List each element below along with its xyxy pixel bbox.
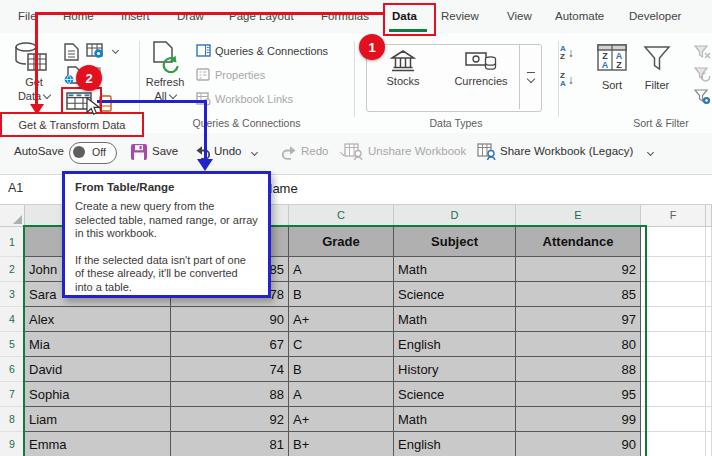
sheet-cell[interactable]: Liam [25,407,171,432]
sheet-cell[interactable]: 88 [171,382,289,407]
sheet-cell[interactable]: A [289,257,394,282]
save-button[interactable]: Save [152,145,178,157]
sheet-cell[interactable] [641,227,706,257]
tab-insert[interactable]: Insert [121,0,150,33]
sheet-cell[interactable]: C [289,332,394,357]
sheet-cell[interactable] [641,432,706,456]
sheet-cell[interactable]: Math [394,307,516,332]
sheet-cell[interactable]: 99 [516,407,641,432]
row-number[interactable]: 3 [0,282,25,307]
sheet-cell[interactable] [641,382,706,407]
undo-icon[interactable] [194,143,211,160]
stocks-button[interactable]: Stocks [375,49,431,87]
chevron-down-icon [43,91,51,99]
select-all-corner[interactable] [0,203,25,227]
sheet-cell[interactable]: 92 [171,407,289,432]
sheet-cell[interactable]: B [289,357,394,382]
sheet-cell[interactable]: Sophia [25,382,171,407]
sheet-cell[interactable]: Mia [25,332,171,357]
row-number[interactable]: 4 [0,307,25,332]
sheet-cell[interactable]: 95 [516,382,641,407]
sheet-cell[interactable] [641,307,706,332]
sort-ascending-button[interactable]: AZ ↓ [560,45,574,61]
sheet-cell[interactable]: 97 [516,307,641,332]
from-text-csv-icon[interactable] [64,43,79,61]
red-connector-horizontal [36,12,385,15]
properties-icon [196,68,210,81]
down-arrow-icon: ↓ [568,73,574,87]
row-number[interactable]: 6 [0,357,25,382]
from-picture-dropdown-chevron[interactable] [112,47,119,54]
tab-home[interactable]: Home [63,0,94,33]
sort-descending-button[interactable]: ZA ↓ [560,72,574,88]
tab-page-layout[interactable]: Page Layout [229,0,294,33]
tab-view[interactable]: View [507,0,532,33]
name-box[interactable]: A1 [8,181,23,195]
sheet-cell[interactable]: 90 [171,307,289,332]
tab-review[interactable]: Review [441,0,479,33]
sheet-cell[interactable] [641,357,706,382]
sheet-cell[interactable]: 92 [516,257,641,282]
sheet-cell[interactable] [641,257,706,282]
row-number[interactable]: 9 [0,432,25,456]
share-workbook-dropdown-chevron[interactable] [647,149,654,156]
tab-formulas[interactable]: Formulas [321,0,369,33]
data-types-gallery: Stocks Currencies [366,44,542,112]
data-types-gallery-more-button[interactable] [519,45,541,109]
tab-draw[interactable]: Draw [177,0,204,33]
column-letter[interactable]: D [394,203,516,227]
row-number[interactable]: 2 [0,257,25,282]
sheet-cell[interactable]: David [25,357,171,382]
sheet-cell[interactable]: Emma [25,432,171,456]
data-tab-highlight-box [383,3,436,36]
sheet-cell[interactable]: Alex [25,307,171,332]
queries-connections-button[interactable]: Queries & Connections [215,45,328,57]
column-letter[interactable]: F [641,203,706,227]
sheet-cell[interactable]: A+ [289,407,394,432]
sheet-cell[interactable]: 90 [516,432,641,456]
sheet-cell[interactable]: A [289,382,394,407]
sheet-cell[interactable]: History [394,357,516,382]
sheet-cell[interactable]: Science [394,282,516,307]
sheet-cell[interactable]: A+ [289,307,394,332]
sheet-cell [706,227,712,257]
row-number[interactable]: 1 [0,227,25,257]
undo-dropdown-chevron[interactable] [251,149,258,156]
tab-file[interactable]: File [18,0,37,33]
sheet-cell[interactable]: Math [394,257,516,282]
undo-button[interactable]: Undo [214,145,242,157]
save-icon[interactable] [130,143,148,161]
sheet-cell[interactable] [641,282,706,307]
sheet-cell[interactable] [641,407,706,432]
sheet-cell[interactable]: 80 [516,332,641,357]
autosave-toggle[interactable]: Off [69,142,117,164]
sheet-cell[interactable]: 88 [516,357,641,382]
row-number[interactable]: 7 [0,382,25,407]
sheet-cell[interactable]: Grade [289,227,394,257]
sheet-cell[interactable]: Science [394,382,516,407]
sheet-cell[interactable]: B+ [289,432,394,456]
sheet-cell [706,307,712,332]
sheet-cell[interactable] [641,332,706,357]
column-letter[interactable]: E [516,203,641,227]
currencies-button[interactable]: Currencies [449,49,513,87]
sheet-cell[interactable]: English [394,332,516,357]
sheet-cell[interactable]: Subject [394,227,516,257]
row-number[interactable]: 8 [0,407,25,432]
column-letter[interactable]: C [289,203,394,227]
advanced-filter-icon[interactable] [694,89,711,105]
row-number[interactable]: 5 [0,332,25,357]
tab-developer[interactable]: Developer [629,0,681,33]
sheet-cell[interactable]: 81 [171,432,289,456]
tab-automate[interactable]: Automate [555,0,604,33]
sheet-cell[interactable]: 85 [516,282,641,307]
share-workbook-legacy-button[interactable]: Share Workbook (Legacy) [500,145,633,157]
tooltip-title: From Table/Range [75,181,258,193]
sheet-cell[interactable]: 67 [171,332,289,357]
sheet-cell[interactable]: English [394,432,516,456]
sheet-cell[interactable]: Math [394,407,516,432]
from-picture-icon[interactable] [86,43,104,59]
sheet-cell[interactable]: 74 [171,357,289,382]
sheet-cell[interactable]: Attendance [516,227,641,257]
sheet-cell[interactable]: B [289,282,394,307]
